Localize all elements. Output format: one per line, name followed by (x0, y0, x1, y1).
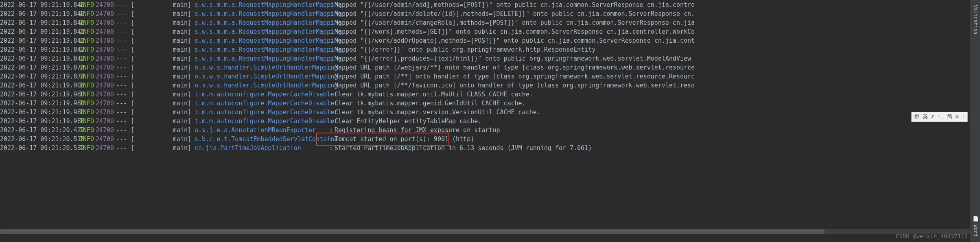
log-line[interactable]: 2022-06-17 09:21:19.980 INFO 24700 --- [… (0, 90, 980, 99)
log-thread: main] (171, 19, 191, 28)
log-level: INFO (79, 63, 96, 72)
log-message: Mapped "{[/error]}" onto public org.spri… (335, 46, 980, 55)
log-timestamp: 2022-06-17 09:21:19.840 (0, 1, 79, 10)
log-line[interactable]: 2022-06-17 09:21:19.980 INFO 24700 --- [… (0, 99, 980, 108)
log-level: INFO (79, 126, 96, 135)
log-message: Mapped URL path [/**] onto handler of ty… (335, 72, 980, 81)
log-level: INFO (79, 99, 96, 108)
log-logger: o.s.w.s.handler.SimpleUrlHandlerMapping (191, 72, 328, 81)
watermark-text: CSDN @weixin_46437112 (896, 232, 968, 240)
log-logger: cn.jia.PartTimeJobApplication (191, 144, 328, 153)
log-level: INFO (79, 19, 96, 28)
log-separator: --- [ (116, 55, 130, 63)
log-logger: o.s.w.s.handler.SimpleUrlHandlerMapping (191, 63, 328, 72)
log-line[interactable]: 2022-06-17 09:21:19.908 INFO 24700 --- [… (0, 81, 980, 90)
log-separator: --- [ (116, 63, 130, 72)
log-line[interactable]: 2022-06-17 09:21:19.840 INFO 24700 --- [… (0, 1, 980, 10)
log-line[interactable]: 2022-06-17 09:21:19.874 INFO 24700 --- [… (0, 72, 980, 81)
log-level: INFO (79, 144, 96, 153)
log-line[interactable]: 2022-06-17 09:21:19.980 INFO 24700 --- [… (0, 108, 980, 117)
log-level: INFO (79, 55, 96, 63)
log-thread: main] (171, 144, 191, 153)
log-logger: o.s.w.s.handler.SimpleUrlHandlerMapping (191, 81, 328, 90)
log-pid: 24700 (96, 46, 116, 55)
word-tab[interactable]: 📄 Word (971, 214, 979, 238)
log-logger: t.m.m.autoconfigure.MapperCacheDisabler (191, 108, 328, 117)
log-pid: 24700 (96, 144, 116, 153)
log-separator: --- [ (116, 135, 130, 144)
log-line[interactable]: 2022-06-17 09:21:19.874 INFO 24700 --- [… (0, 63, 980, 72)
log-thread: main] (171, 90, 191, 99)
validation-tab[interactable]: Validation (971, 3, 979, 36)
log-logger: s.w.s.m.m.a.RequestMappingHandlerMapping (191, 37, 328, 46)
log-thread: main] (171, 135, 191, 144)
log-separator: --- [ (116, 28, 130, 37)
log-logger: s.b.c.e.t.TomcatEmbeddedServletContainer (191, 135, 328, 144)
log-line[interactable]: 2022-06-17 09:21:20.532 INFO 24700 --- [… (0, 144, 980, 153)
log-message: Clear tk.mybatis.mapper.version.VersionU… (335, 108, 980, 117)
log-line[interactable]: 2022-06-17 09:21:19.980 INFO 24700 --- [… (0, 117, 980, 126)
log-pid: 24700 (96, 19, 116, 28)
log-output-panel[interactable]: 2022-06-17 09:21:19.840 INFO 24700 --- [… (0, 0, 980, 154)
log-message: Clear tk.mybatis.mapper.genid.GenIdUtil … (335, 99, 980, 108)
log-timestamp: 2022-06-17 09:21:20.532 (0, 144, 79, 153)
log-logger: t.m.m.autoconfigure.MapperCacheDisabler (191, 117, 328, 126)
log-timestamp: 2022-06-17 09:21:19.842 (0, 46, 79, 55)
log-separator: --- [ (116, 72, 130, 81)
log-logger: t.m.m.autoconfigure.MapperCacheDisabler (191, 90, 328, 99)
log-thread: main] (171, 46, 191, 55)
log-line[interactable]: 2022-06-17 09:21:19.840 INFO 24700 --- [… (0, 19, 980, 28)
log-timestamp: 2022-06-17 09:21:19.908 (0, 81, 79, 90)
log-thread: main] (171, 10, 191, 19)
log-logger: s.w.s.m.m.a.RequestMappingHandlerMapping (191, 55, 328, 63)
ime-toolbar[interactable]: 拼 英 ♪ ⁷, 简 ⚙ : (911, 112, 968, 122)
log-timestamp: 2022-06-17 09:21:19.980 (0, 90, 79, 99)
log-timestamp: 2022-06-17 09:21:19.874 (0, 63, 79, 72)
log-line[interactable]: 2022-06-17 09:21:19.841 INFO 24700 --- [… (0, 37, 980, 46)
log-pid: 24700 (96, 63, 116, 72)
log-line[interactable]: 2022-06-17 09:21:19.842 INFO 24700 --- [… (0, 46, 980, 55)
log-pid: 24700 (96, 37, 116, 46)
log-pid: 24700 (96, 135, 116, 144)
log-line[interactable]: 2022-06-17 09:21:19.841 INFO 24700 --- [… (0, 28, 980, 37)
scrollbar-thumb[interactable] (0, 229, 825, 234)
log-line[interactable]: 2022-06-17 09:21:20.422 INFO 24700 --- [… (0, 126, 980, 135)
log-message: Clear tk.mybatis.mapper.util.MsUtil CLAS… (335, 90, 980, 99)
log-pid: 24700 (96, 72, 116, 81)
log-level: INFO (79, 72, 96, 81)
log-line[interactable]: 2022-06-17 09:21:20.518 INFO 24700 --- [… (0, 135, 980, 144)
log-pid: 24700 (96, 55, 116, 63)
log-pid: 24700 (96, 99, 116, 108)
log-timestamp: 2022-06-17 09:21:19.980 (0, 108, 79, 117)
log-separator: --- [ (116, 144, 130, 153)
log-separator: --- [ (116, 37, 130, 46)
log-thread: main] (171, 117, 191, 126)
log-thread: main] (171, 72, 191, 81)
log-message: Mapped "{[/work/addOrUpdate],methods=[PO… (335, 37, 980, 46)
log-message: Mapped "{[/user/admin/changeRole],method… (335, 19, 980, 28)
log-level: INFO (79, 117, 96, 126)
log-timestamp: 2022-06-17 09:21:19.840 (0, 19, 79, 28)
log-level: INFO (79, 1, 96, 10)
log-message: Tomcat started on port(s): 9001 (http) (335, 135, 980, 144)
log-separator: --- [ (116, 108, 130, 117)
log-logger: s.w.s.m.m.a.RequestMappingHandlerMapping (191, 1, 328, 10)
log-line[interactable]: 2022-06-17 09:21:19.842 INFO 24700 --- [… (0, 55, 980, 63)
log-logger: t.m.m.autoconfigure.MapperCacheDisabler (191, 99, 328, 108)
log-logger: s.w.s.m.m.a.RequestMappingHandlerMapping (191, 10, 328, 19)
log-thread: main] (171, 81, 191, 90)
log-pid: 24700 (96, 81, 116, 90)
log-level: INFO (79, 108, 96, 117)
log-level: INFO (79, 10, 96, 19)
log-thread: main] (171, 28, 191, 37)
log-logger: s.w.s.m.m.a.RequestMappingHandlerMapping (191, 46, 328, 55)
log-line[interactable]: 2022-06-17 09:21:19.840 INFO 24700 --- [… (0, 10, 980, 19)
log-separator: --- [ (116, 10, 130, 19)
horizontal-scrollbar[interactable] (0, 229, 970, 234)
log-pid: 24700 (96, 126, 116, 135)
log-level: INFO (79, 81, 96, 90)
log-pid: 24700 (96, 117, 116, 126)
log-pid: 24700 (96, 108, 116, 117)
log-separator: --- [ (116, 117, 130, 126)
log-thread: main] (171, 63, 191, 72)
